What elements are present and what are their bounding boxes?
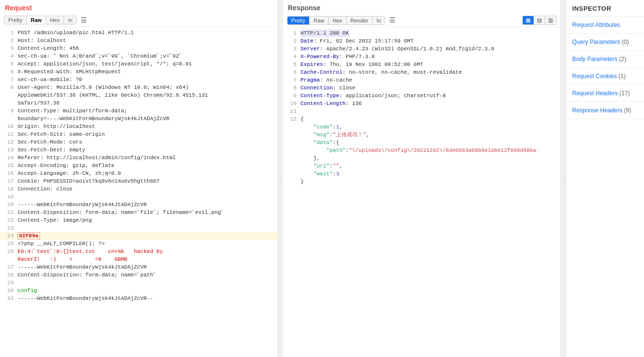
inspector-item-label-1: Query Parameters	[572, 39, 620, 45]
resp-line-9: 9Content-Type: application/json; charset…	[283, 92, 561, 100]
response-title: Response	[283, 0, 561, 14]
req-line-27: 27------WebKitFormBoundaryWjsk4kJtADAjZc…	[0, 263, 278, 271]
req-line-5: 5Accept: application/json, text/javascri…	[0, 60, 278, 68]
request-code-area[interactable]: 1POST /admin/upload/pic.html HTTP/1.1 2H…	[0, 27, 278, 357]
req-line-9: 9Content-Type: multipart/form-data;	[0, 107, 278, 115]
request-tab-group: Pretty Raw Hex \n	[4, 16, 77, 24]
panel-divider[interactable]: ⋮	[278, 0, 283, 357]
inspector-item-request-attributes[interactable]: Request Attributes	[566, 17, 644, 34]
req-line-25: 25<?php __HALT_COMPILER(); ?>	[0, 240, 278, 248]
inspector-item-label-5: Response Headers	[572, 107, 622, 114]
resp-line-14: "msg":"上传成功！",	[283, 131, 561, 139]
response-panel: Response Pretty Raw Hex Render \n ☰ ▦ ▤ …	[283, 0, 561, 357]
tab-raw[interactable]: Raw	[27, 16, 46, 24]
inspector-item-request-headers[interactable]: Request Headers (17)	[566, 85, 644, 102]
req-line-31: 31------WebKitFormBoundaryWjsk4kJtADAjZc…	[0, 294, 278, 302]
tab-newline[interactable]: \n	[64, 16, 76, 24]
req-line-23: 23	[0, 224, 278, 232]
resp-line-16: "path":"\/uploads\/config\/20221202\/6de…	[283, 147, 561, 154]
req-line-2: 2Host: localhost	[0, 37, 278, 44]
tab-hex[interactable]: Hex	[46, 16, 64, 24]
inspector-item-count-5: (9)	[624, 107, 631, 114]
req-line-1: 1POST /admin/upload/pic.html HTTP/1.1	[0, 29, 278, 37]
req-line-18: 18Connection: close	[0, 185, 278, 193]
inspector-divider[interactable]: ⋮	[561, 0, 566, 357]
inspector-item-query-parameters[interactable]: Query Parameters (0)	[566, 34, 644, 51]
response-toolbar: Pretty Raw Hex Render \n ☰ ▦ ▤ ▥	[283, 14, 561, 27]
resp-line-1: 1HTTP/1.1 200 OK	[283, 29, 561, 37]
inspector-panel: INSPECTOR Request Attributes Query Param…	[566, 0, 644, 357]
request-title: Request	[0, 0, 278, 14]
req-line-21: 21Content-Disposition: form-data; name=˝…	[0, 209, 278, 216]
divider-dots: ⋮	[278, 176, 283, 182]
view-grid-btn[interactable]: ▦	[523, 16, 534, 24]
tab-resp-newline[interactable]: \n	[373, 17, 385, 24]
req-line-26: 26E0:4:˝test˝:0:{}test.txt cn+%k hacked …	[0, 248, 278, 255]
resp-line-13: "code":1,	[283, 123, 561, 131]
resp-line-12: 12{	[283, 115, 561, 123]
inspector-item-request-cookies[interactable]: Request Cookies (1)	[566, 68, 644, 85]
view-list-btn[interactable]: ▤	[534, 16, 545, 24]
response-tab-group: Pretty Raw Hex Render \n	[287, 16, 386, 25]
req-line-8: 8User-Agent: Mozilla/5.0 (Windows NT 10.…	[0, 84, 278, 91]
tab-pretty[interactable]: Pretty	[4, 16, 27, 24]
resp-line-19: "wait":3	[283, 170, 561, 178]
response-code-area[interactable]: 1HTTP/1.1 200 OK 2Date: Fri, 02 Dec 2022…	[283, 27, 561, 357]
req-line-6: 6X-Requested-With: XMLHttpRequest	[0, 68, 278, 76]
divider-dots-2: ⋮	[561, 176, 566, 182]
tab-resp-pretty[interactable]: Pretty	[288, 17, 310, 24]
req-line-4: 4sec-ch-ua: ˜ Not A;Brand˝;v=˝99˝, ˝Chro…	[0, 52, 278, 60]
req-line-8c: Safari/537.36	[0, 99, 278, 107]
req-line-15: 15Accept-Encoding: gzip, deflate	[0, 162, 278, 169]
req-line-9b: boundary=----WebKitFormBoundaryWjsk4kJtA…	[0, 115, 278, 123]
inspector-item-body-parameters[interactable]: Body Parameters (2)	[566, 51, 644, 68]
request-menu-icon[interactable]: ☰	[79, 16, 89, 24]
inspector-item-label-2: Body Parameters	[572, 56, 618, 63]
request-toolbar: Pretty Raw Hex \n ☰	[0, 14, 278, 27]
req-line-17: 17Cookie: PHPSESSID=aoivt7kq8v6n14u6v5hg…	[0, 177, 278, 185]
req-line-16: 16Accept-Language: zh-CN, zh;q=0.9	[0, 169, 278, 177]
req-line-13: 13Sec-Fetch-Dest: empty	[0, 146, 278, 154]
req-line-30: 30config	[0, 287, 278, 294]
resp-line-6: 6Cache-Control: no-store, no-cache, must…	[283, 68, 561, 76]
response-menu-icon[interactable]: ☰	[387, 16, 398, 24]
req-line-3: 3Content-Length: 456	[0, 44, 278, 52]
req-line-19: 19	[0, 193, 278, 201]
resp-line-7: 7Pragma: no-cache	[283, 76, 561, 84]
main-content: Request Pretty Raw Hex \n ☰ 1POST /admin…	[0, 0, 644, 357]
inspector-item-count-4: (17)	[620, 90, 630, 97]
req-line-11: 11Sec-Fetch-Site: same-origin	[0, 130, 278, 138]
resp-line-11: 11	[283, 107, 561, 115]
view-icon-group: ▦ ▤ ▥	[522, 16, 556, 25]
resp-line-17: },	[283, 154, 561, 162]
request-panel: Request Pretty Raw Hex \n ☰ 1POST /admin…	[0, 0, 278, 357]
inspector-item-label-0: Request Attributes	[572, 21, 620, 28]
req-line-12: 12Sec-Fetch-Mode: cors	[0, 138, 278, 146]
req-line-29: 29	[0, 279, 278, 287]
req-line-7: 7sec-ch-ua-mobile: ?0	[0, 76, 278, 84]
inspector-item-count-2: (2)	[619, 56, 626, 63]
req-line-26b: RacerZ! :) > =6 GBMB	[0, 255, 278, 263]
inspector-item-response-headers[interactable]: Response Headers (9)	[566, 102, 644, 119]
tab-resp-hex[interactable]: Hex	[329, 17, 347, 24]
tab-resp-raw[interactable]: Raw	[310, 17, 329, 24]
tab-resp-render[interactable]: Render	[347, 17, 373, 24]
req-line-22: 22Content-Type: image/png	[0, 216, 278, 224]
inspector-title: INSPECTOR	[566, 0, 644, 17]
resp-line-10: 10Content-Length: 136	[283, 100, 561, 107]
req-line-20: 20------WebKitFormBoundaryWjsk4kJtADAjZc…	[0, 201, 278, 209]
req-line-8b: AppleWebKit/537.36 (KHTML, like Gecko) C…	[0, 91, 278, 99]
inspector-item-count-3: (1)	[619, 73, 626, 80]
req-line-10: 10Origin: http://localhost	[0, 123, 278, 130]
req-line-24: 24GIF89a	[0, 232, 278, 240]
inspector-item-count-1: (0)	[622, 39, 629, 45]
resp-line-4: 4X-Powered-By: PHP/7.3.0	[283, 53, 561, 61]
resp-line-8: 8Connection: close	[283, 84, 561, 92]
resp-line-15: "data":{	[283, 139, 561, 147]
inspector-item-label-4: Request Headers	[572, 90, 618, 97]
resp-line-2: 2Date: Fri, 02 Dec 2022 15:17:59 GMT	[283, 37, 561, 45]
req-line-14: 14Referer: http://localhost/admin/config…	[0, 154, 278, 162]
view-code-btn[interactable]: ▥	[545, 16, 556, 24]
resp-line-18: "url":"",	[283, 162, 561, 170]
resp-line-5: 5Expires: Thu, 19 Nov 1981 08:52:00 GMT	[283, 61, 561, 68]
